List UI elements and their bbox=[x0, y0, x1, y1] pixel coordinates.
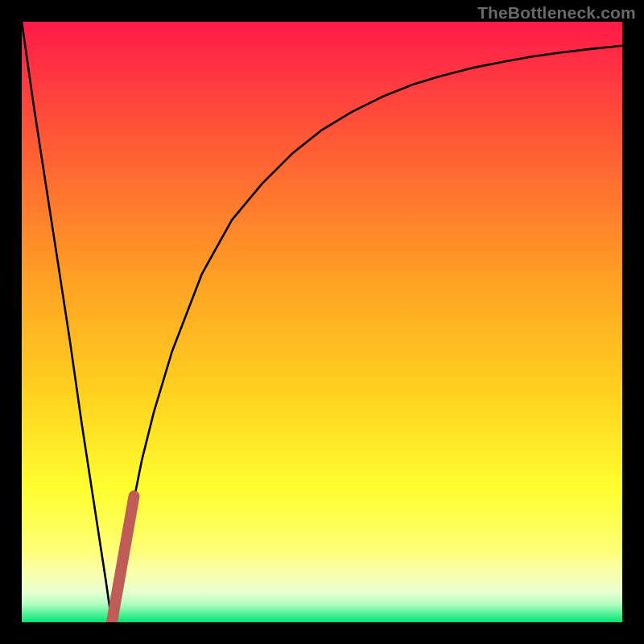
chart-svg bbox=[22, 22, 622, 622]
gradient-background bbox=[22, 22, 622, 622]
chart-plot-area bbox=[22, 22, 622, 622]
watermark-text: TheBottleneck.com bbox=[477, 3, 636, 23]
chart-frame: TheBottleneck.com bbox=[0, 0, 644, 644]
